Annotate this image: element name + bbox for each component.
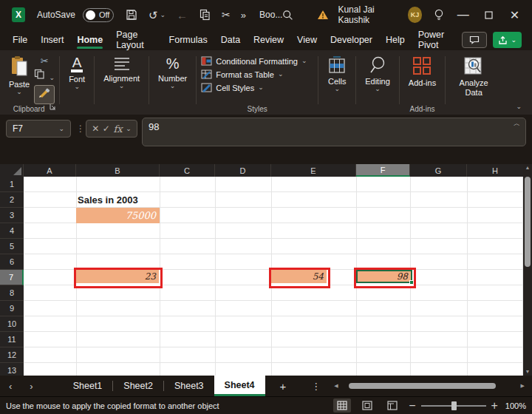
excel-app-icon[interactable]: X xyxy=(12,7,25,22)
sheet-more-icon[interactable]: ⋮ xyxy=(301,381,331,392)
paste-button[interactable]: Paste ⌄ xyxy=(4,54,34,97)
more-commands-icon[interactable]: » xyxy=(241,10,246,20)
cells-area[interactable]: Sales in 2003 75000 23 54 98 xyxy=(24,177,523,376)
editing-menu-button[interactable]: Editing ⌄ xyxy=(361,54,395,94)
minimize-button[interactable]: — xyxy=(453,8,473,21)
row-header-6[interactable]: 6 xyxy=(0,254,24,270)
vertical-scrollbar[interactable]: ▲ ▼ xyxy=(523,164,532,376)
horizontal-scroll-thumb[interactable] xyxy=(349,383,496,389)
row-header-7[interactable]: 7 xyxy=(0,270,24,285)
number-menu-button[interactable]: % Number ⌄ xyxy=(154,54,191,91)
paste-dropdown-icon[interactable]: ⌄ xyxy=(16,89,22,95)
sheet-nav-right-icon[interactable]: › xyxy=(21,381,41,392)
collapse-ribbon-icon[interactable]: ⌄ xyxy=(516,104,522,110)
page-layout-view-button[interactable] xyxy=(358,398,376,413)
row-header-8[interactable]: 8 xyxy=(0,285,24,301)
tab-formulas[interactable]: Formulas xyxy=(163,32,214,48)
alignment-menu-button[interactable]: Alignment ⌄ xyxy=(99,54,144,91)
column-header-g[interactable]: G xyxy=(410,164,467,177)
row-header-5[interactable]: 5 xyxy=(0,239,24,254)
horizontal-scrollbar[interactable]: ◀ ▶ xyxy=(334,382,525,390)
column-header-d[interactable]: D xyxy=(215,164,271,177)
zoom-level[interactable]: 100% xyxy=(505,401,526,410)
cell-b3[interactable]: 75000 xyxy=(76,208,160,223)
column-header-b[interactable]: B xyxy=(76,164,160,177)
zoom-slider[interactable] xyxy=(421,405,486,407)
name-box[interactable]: F7 ⌄ xyxy=(6,120,71,138)
tab-insert[interactable]: Insert xyxy=(34,32,70,48)
sheet-tab-sheet1[interactable]: Sheet1 xyxy=(63,376,113,396)
close-button[interactable]: ✕ xyxy=(505,8,525,22)
page-break-preview-button[interactable] xyxy=(383,398,401,413)
user-name[interactable]: Kunal Jai Kaushik xyxy=(338,4,400,25)
warning-icon[interactable] xyxy=(317,10,329,20)
maximize-button[interactable] xyxy=(479,11,499,19)
column-header-a[interactable]: A xyxy=(24,164,76,177)
cell-f7-active[interactable]: 98 xyxy=(354,268,416,288)
collapse-formula-bar-icon[interactable]: ︿ xyxy=(514,121,520,127)
user-avatar[interactable]: KJ xyxy=(408,7,423,23)
column-header-e[interactable]: E xyxy=(271,164,356,177)
tab-page-layout[interactable]: Page Layout xyxy=(109,27,162,53)
fx-dropdown-icon[interactable]: ⌄ xyxy=(126,126,132,132)
save-icon[interactable] xyxy=(126,9,137,21)
zoom-in-icon[interactable]: + xyxy=(491,399,498,413)
worksheet-grid[interactable]: A B C D E F G H 1 2 3 4 5 6 7 8 xyxy=(0,164,523,376)
cell-d7[interactable]: 54 xyxy=(269,268,330,288)
tab-home[interactable]: Home xyxy=(70,32,109,48)
conditional-formatting-button[interactable]: Conditional Formatting ⌄ xyxy=(201,56,307,66)
format-as-table-button[interactable]: Format as Table ⌄ xyxy=(201,69,307,79)
share-button[interactable]: ⌄ xyxy=(493,32,522,48)
autosave-toggle[interactable]: Off xyxy=(83,8,114,22)
select-all-button[interactable] xyxy=(0,164,24,177)
sheet-nav-left-icon[interactable]: ‹ xyxy=(0,381,21,392)
row-header-9[interactable]: 9 xyxy=(0,301,24,316)
tab-developer[interactable]: Developer xyxy=(324,32,379,48)
cut-button[interactable]: ✂ xyxy=(41,55,49,67)
cell-b7[interactable]: 23 xyxy=(74,268,163,288)
cell-styles-button[interactable]: Cell Styles ⌄ xyxy=(201,83,307,92)
tab-data[interactable]: Data xyxy=(214,32,247,48)
tab-file[interactable]: File xyxy=(6,32,34,48)
column-header-f[interactable]: F xyxy=(356,164,410,177)
row-header-11[interactable]: 11 xyxy=(0,332,24,347)
row-header-1[interactable]: 1 xyxy=(0,177,24,192)
cancel-icon[interactable]: ✕ xyxy=(92,123,99,134)
scroll-down-icon[interactable]: ▼ xyxy=(525,368,531,376)
sheet-tab-sheet4[interactable]: Sheet4 xyxy=(214,376,265,396)
column-header-h[interactable]: H xyxy=(467,164,523,177)
row-header-10[interactable]: 10 xyxy=(0,316,24,332)
new-sheet-button[interactable]: + xyxy=(265,380,301,393)
scroll-right-icon[interactable]: ▶ xyxy=(521,382,525,390)
lightbulb-icon[interactable] xyxy=(434,9,444,21)
formula-input[interactable]: 98 xyxy=(142,118,526,146)
tab-help[interactable]: Help xyxy=(379,32,412,48)
tab-view[interactable]: View xyxy=(290,32,324,48)
cells-menu-button[interactable]: Cells ⌄ xyxy=(323,54,351,94)
document-title[interactable]: Boo... xyxy=(259,10,282,20)
scroll-left-icon[interactable]: ◀ xyxy=(334,382,338,390)
cell-b2[interactable]: Sales in 2003 xyxy=(76,192,160,208)
enter-icon[interactable]: ✓ xyxy=(103,123,110,134)
copy-dropdown-icon[interactable]: ⌄ xyxy=(50,74,55,81)
tab-review[interactable]: Review xyxy=(247,32,290,48)
undo-dropdown-icon[interactable]: ⌄ xyxy=(160,12,166,18)
analyze-data-button[interactable]: Analyze Data xyxy=(450,54,497,98)
cut-icon[interactable]: ✂ xyxy=(222,10,231,20)
tab-power-pivot[interactable]: Power Pivot xyxy=(412,27,463,53)
sheet-tab-sheet2[interactable]: Sheet2 xyxy=(113,376,163,396)
row-header-13[interactable]: 13 xyxy=(0,363,24,376)
row-header-12[interactable]: 12 xyxy=(0,347,24,363)
scroll-up-icon[interactable]: ▲ xyxy=(525,164,531,172)
row-header-4[interactable]: 4 xyxy=(0,223,24,239)
undo-icon[interactable]: ↺ xyxy=(149,10,158,21)
normal-view-button[interactable] xyxy=(333,398,351,413)
row-header-2[interactable]: 2 xyxy=(0,192,24,208)
name-box-dropdown-icon[interactable]: ⌄ xyxy=(58,126,64,132)
sheet-tab-sheet3[interactable]: Sheet3 xyxy=(164,376,214,396)
zoom-slider-thumb[interactable] xyxy=(451,401,457,410)
insert-function-icon[interactable]: fx xyxy=(113,123,122,135)
copy-button[interactable]: ⌄ xyxy=(34,69,55,83)
addins-button[interactable]: Add-ins xyxy=(404,54,440,89)
search-icon[interactable] xyxy=(282,10,293,21)
